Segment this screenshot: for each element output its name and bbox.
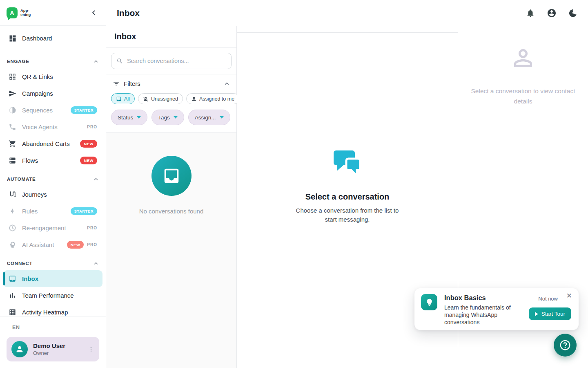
sidebar-item-team-performance[interactable]: Team Performance — [3, 287, 102, 304]
pro-tier-label: PRO — [87, 125, 97, 129]
sidebar-item-inbox[interactable]: Inbox — [3, 270, 102, 287]
chip-label: All — [124, 96, 130, 102]
conversation-list-empty-state: No conversations found — [106, 132, 236, 368]
not-now-button[interactable]: Not now — [538, 296, 558, 302]
language-selector[interactable]: EN — [12, 325, 99, 330]
person-icon — [191, 96, 197, 102]
account-circle-icon — [547, 8, 557, 18]
sidebar-item-label: Inbox — [22, 275, 38, 282]
sidebar-collapse-button[interactable] — [89, 7, 99, 18]
shopping-cart-icon — [9, 140, 17, 148]
sidebar-item-label: Rules — [22, 208, 38, 215]
brand-name: App-ening — [20, 9, 31, 17]
user-card[interactable]: Demo User Owner — [7, 337, 99, 361]
phone-icon — [9, 123, 17, 131]
chip-label: Assigned to me — [199, 96, 234, 102]
filter-chip-assigned-to-me[interactable]: Assigned to me — [186, 93, 239, 104]
caret-down-icon — [174, 116, 178, 119]
empty-list-text: No conversations found — [139, 208, 204, 215]
filter-chip-all[interactable]: All — [111, 93, 135, 104]
sidebar-item-ai-assistant[interactable]: AI Assistant NEW PRO — [3, 236, 102, 253]
sidebar-item-label: Voice Agents — [22, 123, 58, 130]
filters-section: Filters All — [106, 74, 236, 132]
section-header-engage[interactable]: ENGAGE — [3, 51, 102, 68]
sidebar-item-label: AI Assistant — [22, 241, 54, 248]
status-dropdown[interactable]: Status — [111, 110, 147, 125]
chat-header-placeholder — [237, 26, 458, 33]
lightbulb-icon — [421, 294, 437, 310]
start-tour-button[interactable]: Start Tour — [529, 307, 571, 320]
sidebar-item-activity-heatmap[interactable]: Activity Heatmap — [3, 304, 102, 316]
new-badge: NEW — [80, 140, 97, 148]
sidebar-item-sequences[interactable]: Sequences STARTER — [3, 102, 102, 119]
more-vert-icon — [88, 346, 94, 352]
sidebar-item-label: QR & Links — [22, 73, 53, 80]
sidebar-item-label: Sequences — [22, 107, 53, 114]
sidebar-nav: Dashboard ENGAGE QR & Links Ca — [0, 26, 106, 316]
caret-down-icon — [137, 116, 141, 119]
chevron-up-icon — [93, 58, 99, 64]
sidebar-item-voice-agents[interactable]: Voice Agents PRO — [3, 119, 102, 135]
account-button[interactable] — [547, 8, 557, 18]
toast-body: Learn the fundamentals of managing Whats… — [444, 304, 516, 326]
heatmap-grid-icon — [9, 308, 17, 316]
sidebar-item-label: Re-engagement — [22, 224, 66, 231]
sidebar-item-rules[interactable]: Rules STARTER — [3, 203, 102, 220]
onboarding-toast: Inbox Basics Learn the fundamentals of m… — [414, 288, 579, 330]
pro-tier-label: PRO — [87, 242, 97, 247]
empty-chat-title: Select a conversation — [305, 192, 390, 202]
empty-chat-subtitle: Choose a conversation from the list to s… — [292, 206, 403, 224]
contact-empty-text: Select a conversation to view contact de… — [463, 86, 584, 107]
brand-logo[interactable]: A App-ening — [7, 7, 31, 18]
user-menu-button[interactable] — [88, 346, 94, 352]
start-tour-label: Start Tour — [541, 311, 565, 317]
lightning-bolt-icon — [9, 207, 17, 215]
search-icon — [116, 58, 123, 65]
sidebar-item-dashboard[interactable]: Dashboard — [3, 30, 102, 47]
search-input[interactable] — [127, 58, 226, 64]
route-icon — [9, 191, 17, 199]
sidebar-item-campaigns[interactable]: Campaigns — [3, 85, 102, 102]
chevron-up-icon[interactable] — [224, 81, 230, 87]
chip-label: Unassigned — [151, 96, 178, 102]
inbox-icon — [116, 96, 122, 102]
forum-chat-icon — [331, 148, 364, 180]
notifications-button[interactable] — [526, 9, 535, 18]
person-icon — [15, 345, 24, 354]
question-mark-icon — [559, 339, 571, 351]
close-icon[interactable]: ✕ — [566, 292, 572, 299]
new-badge: NEW — [67, 241, 84, 249]
bar-chart-icon — [9, 292, 17, 300]
user-name: Demo User — [33, 342, 65, 349]
section-title: CONNECT — [7, 261, 33, 266]
filters-title: Filters — [124, 80, 140, 87]
conversation-list-panel: Inbox Filters — [106, 26, 237, 368]
sidebar-item-journeys[interactable]: Journeys — [3, 186, 102, 203]
brand-logo-icon: A — [7, 7, 18, 18]
sidebar-item-label: Flows — [22, 157, 38, 164]
sidebar-item-label: Journeys — [22, 191, 47, 198]
sidebar-item-qr-links[interactable]: QR & Links — [3, 68, 102, 85]
play-icon — [535, 312, 538, 316]
dropdown-label: Tags — [158, 114, 170, 121]
sidebar-item-flows[interactable]: Flows NEW — [3, 152, 102, 169]
user-avatar — [11, 341, 28, 357]
dark-mode-toggle[interactable] — [568, 9, 577, 18]
tags-dropdown[interactable]: Tags — [151, 110, 184, 125]
chevron-up-icon — [93, 260, 99, 266]
starter-badge: STARTER — [71, 207, 97, 215]
filter-chip-unassigned[interactable]: Unassigned — [138, 93, 183, 104]
help-button[interactable] — [554, 334, 577, 357]
sidebar-item-re-engagement[interactable]: Re-engagement PRO — [3, 220, 102, 236]
section-header-automate[interactable]: AUTOMATE — [3, 169, 102, 186]
assignee-dropdown[interactable]: Assign... — [188, 110, 230, 125]
sidebar-item-label: Abandoned Carts — [22, 140, 70, 147]
section-header-connect[interactable]: CONNECT — [3, 253, 102, 270]
contrast-icon — [9, 106, 17, 114]
sidebar-item-abandoned-carts[interactable]: Abandoned Carts NEW — [3, 135, 102, 152]
user-role: Owner — [33, 350, 65, 356]
sidebar-footer: EN Demo User Owner — [0, 316, 106, 368]
inbox-empty-icon — [151, 156, 192, 196]
pro-tier-label: PRO — [87, 226, 97, 230]
sidebar-item-label: Dashboard — [22, 35, 52, 42]
